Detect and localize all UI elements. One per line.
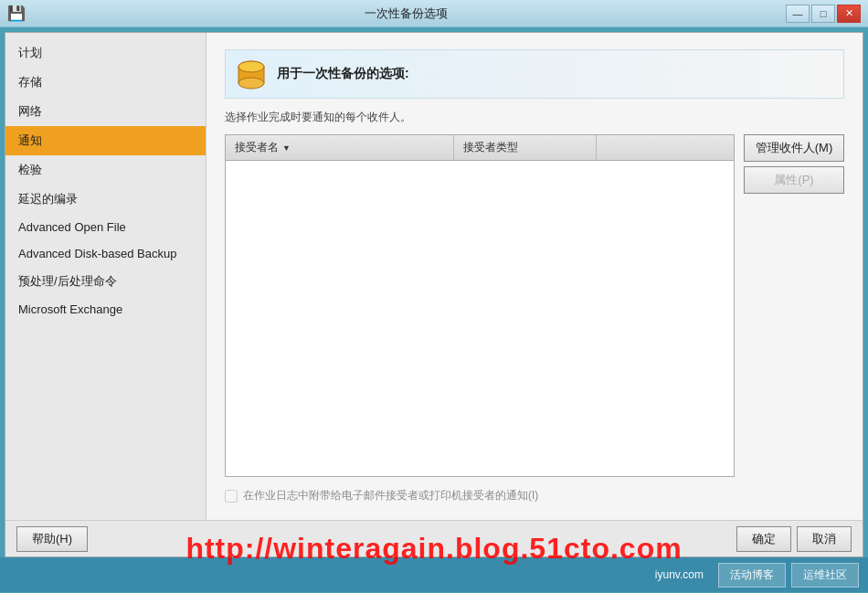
properties-button[interactable]: 属性(P) [744, 166, 844, 194]
svg-point-3 [238, 61, 264, 72]
sidebar-item-schedule[interactable]: 计划 [5, 38, 206, 68]
action-buttons: 管理收件人(M) 属性(P) [744, 134, 844, 477]
content-subtitle: 选择作业完成时要通知的每个收件人。 [225, 110, 844, 125]
bottom-logo: iyunv.com [655, 568, 704, 581]
sidebar-item-pre-post[interactable]: 预处理/后处理命令 [5, 267, 206, 296]
content-header: 用于一次性备份的选项: [225, 49, 844, 99]
window-title: 一次性备份选项 [26, 5, 786, 22]
sidebar-item-adv-open-file[interactable]: Advanced Open File [5, 214, 206, 240]
sidebar-item-adv-disk-backup[interactable]: Advanced Disk-based Backup [5, 240, 206, 267]
log-notification-checkbox[interactable] [225, 490, 238, 503]
window-controls: — □ ✕ [786, 5, 861, 23]
watermark: http://winteragain.blog.51cto.com [0, 532, 868, 566]
header-icon [235, 58, 268, 90]
table-section: 接受者名 接受者类型 管理收件人(M) 属性(P) [225, 134, 844, 477]
svg-point-2 [238, 78, 264, 89]
recipients-table: 接受者名 接受者类型 [225, 134, 735, 477]
sidebar-item-dedup-log[interactable]: 延迟的编录 [5, 185, 206, 214]
content-header-title: 用于一次性备份的选项: [277, 66, 409, 82]
sidebar-item-storage[interactable]: 存储 [5, 68, 206, 97]
log-notification-checkbox-area: 在作业日志中附带给电子邮件接受者或打印机接受者的通知(I) [225, 488, 844, 503]
sidebar: 计划存储网络通知检验延迟的编录Advanced Open FileAdvance… [5, 33, 206, 520]
col-header-extra [597, 135, 734, 160]
close-button[interactable]: ✕ [837, 5, 861, 23]
title-bar: 💾 一次性备份选项 — □ ✕ [0, 0, 868, 27]
dialog-body: 计划存储网络通知检验延迟的编录Advanced Open FileAdvance… [5, 33, 863, 520]
table-header: 接受者名 接受者类型 [226, 135, 734, 161]
table-body [226, 161, 734, 476]
col-header-type: 接受者类型 [454, 135, 597, 160]
sidebar-item-verification[interactable]: 检验 [5, 155, 206, 185]
sidebar-item-notification[interactable]: 通知 [5, 126, 206, 155]
sidebar-item-exchange[interactable]: Microsoft Exchange [5, 296, 206, 323]
app-icon: 💾 [7, 5, 26, 22]
maximize-button[interactable]: □ [811, 5, 835, 23]
minimize-button[interactable]: — [786, 5, 810, 23]
blog-button[interactable]: 活动博客 [718, 563, 786, 588]
col-header-name[interactable]: 接受者名 [226, 135, 454, 160]
main-content: 用于一次性备份的选项: 选择作业完成时要通知的每个收件人。 接受者名 接受者类型 [206, 33, 863, 520]
manage-recipients-button[interactable]: 管理收件人(M) [744, 134, 844, 162]
sidebar-item-network[interactable]: 网络 [5, 97, 206, 126]
log-notification-label: 在作业日志中附带给电子邮件接受者或打印机接受者的通知(I) [243, 488, 538, 503]
main-dialog: 计划存储网络通知检验延迟的编录Advanced Open FileAdvance… [5, 32, 863, 557]
ops-button[interactable]: 运维社区 [791, 563, 859, 588]
